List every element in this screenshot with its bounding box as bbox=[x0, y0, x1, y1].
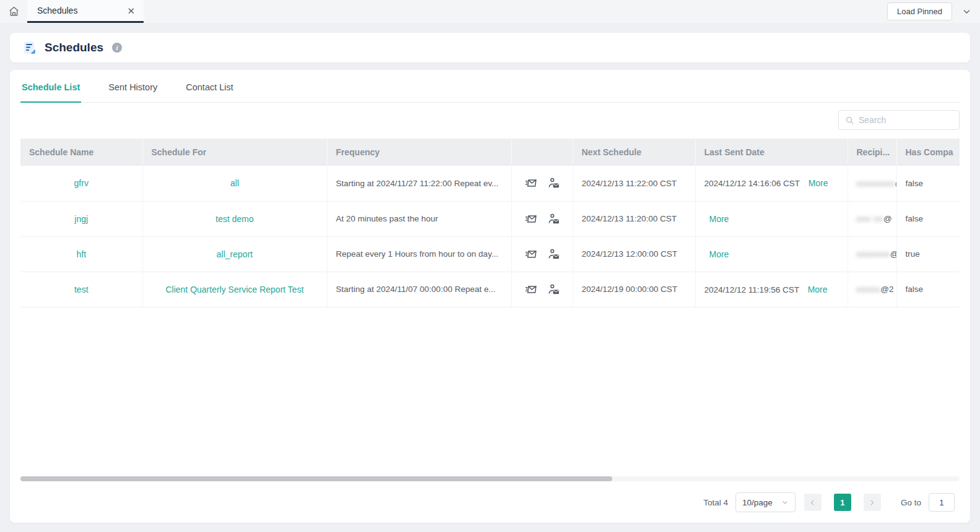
last-sent-date: 2024/12/12 14:16:06 CST bbox=[705, 179, 800, 188]
page-size-value: 10/page bbox=[742, 498, 773, 507]
recipient-suffix: @ bbox=[890, 249, 896, 259]
tab-sent-history[interactable]: Sent History bbox=[107, 72, 158, 103]
next-schedule-cell: 2024/12/19 00:00:00 CST bbox=[573, 272, 695, 307]
recipient-suffix: @2 bbox=[880, 285, 893, 294]
more-link[interactable]: More bbox=[808, 285, 828, 294]
tab-schedule-list[interactable]: Schedule List bbox=[20, 72, 81, 103]
more-link[interactable]: More bbox=[709, 249, 729, 259]
send-to-contact-icon[interactable] bbox=[547, 247, 560, 261]
schedule-for-link[interactable]: all_report bbox=[217, 249, 253, 259]
schedules-panel: Schedule List Sent History Contact List bbox=[10, 70, 970, 523]
has-company-cell: false bbox=[896, 272, 960, 307]
search-box[interactable] bbox=[838, 110, 960, 130]
load-pinned-button[interactable]: Load Pinned bbox=[887, 2, 952, 20]
has-company-cell: true bbox=[896, 236, 960, 272]
frequency-cell: Starting at 2024/11/07 00:00:00 Repeat e… bbox=[327, 272, 511, 307]
chevron-left-icon bbox=[809, 499, 817, 507]
send-now-icon[interactable] bbox=[524, 176, 538, 190]
tab-schedules[interactable]: Schedules ✕ bbox=[27, 0, 144, 23]
search-input[interactable] bbox=[859, 115, 953, 125]
recipient-masked: xxxxx bbox=[857, 285, 881, 294]
goto-label: Go to bbox=[901, 498, 921, 507]
recipient-masked: xxxxxxxx bbox=[857, 179, 895, 188]
frequency-cell: Repeat every 1 Hours from hour to on day… bbox=[327, 236, 511, 272]
tab-title: Schedules bbox=[37, 6, 127, 15]
col-last-sent-date: Last Sent Date bbox=[695, 139, 848, 166]
send-now-icon[interactable] bbox=[524, 212, 538, 226]
page-title: Schedules bbox=[45, 41, 103, 54]
send-to-contact-icon[interactable] bbox=[547, 176, 560, 190]
schedule-name-link[interactable]: gfrv bbox=[74, 178, 89, 188]
more-link[interactable]: More bbox=[709, 214, 729, 224]
next-page-button[interactable] bbox=[864, 494, 881, 511]
recipient-masked: xxx xx bbox=[857, 214, 884, 223]
more-link[interactable]: More bbox=[809, 178, 828, 188]
col-frequency: Frequency bbox=[327, 139, 511, 166]
col-recipients: Recipi... bbox=[848, 139, 896, 166]
table-row: hft all_report Repeat every 1 Hours from… bbox=[20, 236, 960, 272]
home-button[interactable] bbox=[0, 0, 27, 23]
home-icon bbox=[8, 6, 20, 17]
col-actions bbox=[511, 139, 573, 166]
schedule-for-link[interactable]: all bbox=[230, 178, 239, 188]
goto-page-input[interactable] bbox=[929, 493, 955, 512]
scrollbar-thumb[interactable] bbox=[20, 476, 612, 481]
table-row: jngj test demo At 20 minutes past the ho… bbox=[20, 201, 960, 236]
send-to-contact-icon[interactable] bbox=[547, 283, 560, 296]
tab-bar: Schedule List Sent History Contact List bbox=[20, 70, 960, 103]
frequency-cell: At 20 minutes past the hour bbox=[327, 201, 511, 236]
search-icon bbox=[845, 116, 854, 125]
frequency-cell: Starting at 2024/11/27 11:22:00 Repeat e… bbox=[327, 166, 511, 201]
schedule-for-link[interactable]: Client Quarterly Service Report Test bbox=[165, 285, 303, 294]
has-company-cell: false bbox=[896, 166, 960, 201]
chevron-right-icon bbox=[868, 499, 876, 507]
last-sent-date: 2024/12/12 11:19:56 CST bbox=[705, 285, 799, 294]
send-now-icon[interactable] bbox=[524, 247, 538, 261]
table-header-row: Schedule Name Schedule For Frequency Nex… bbox=[20, 139, 960, 166]
next-schedule-cell: 2024/12/13 11:20:00 CST bbox=[573, 201, 695, 236]
next-schedule-cell: 2024/12/13 12:00:00 CST bbox=[573, 236, 695, 272]
chevron-down-icon[interactable] bbox=[962, 7, 971, 16]
prev-page-button[interactable] bbox=[804, 494, 822, 511]
schedule-name-link[interactable]: jngj bbox=[74, 214, 88, 224]
col-schedule-for: Schedule For bbox=[142, 139, 327, 166]
total-count: Total 4 bbox=[703, 498, 728, 507]
page-header: Schedules i bbox=[10, 33, 970, 62]
col-next-schedule: Next Schedule bbox=[573, 139, 695, 166]
has-company-cell: false bbox=[896, 201, 960, 236]
table-toolbar bbox=[20, 103, 960, 139]
table-row: gfrv all Starting at 2024/11/27 11:22:00… bbox=[20, 166, 960, 201]
schedule-name-link[interactable]: hft bbox=[76, 249, 86, 259]
col-has-company: Has Compa bbox=[896, 139, 960, 166]
info-icon[interactable]: i bbox=[112, 43, 122, 53]
schedule-name-link[interactable]: test bbox=[74, 285, 89, 294]
pagination: Total 4 10/page 1 Go to bbox=[20, 489, 960, 512]
schedule-table: Schedule Name Schedule For Frequency Nex… bbox=[20, 139, 960, 476]
schedules-icon bbox=[22, 40, 37, 55]
next-schedule-cell: 2024/12/13 11:22:00 CST bbox=[573, 166, 695, 201]
page-size-select[interactable]: 10/page bbox=[735, 492, 796, 512]
table-row: test Client Quarterly Service Report Tes… bbox=[20, 272, 960, 307]
horizontal-scrollbar[interactable] bbox=[20, 476, 960, 481]
window-tab-bar: Schedules ✕ Load Pinned bbox=[0, 0, 980, 23]
chevron-down-icon bbox=[781, 499, 789, 506]
col-schedule-name: Schedule Name bbox=[20, 139, 142, 166]
recipient-masked: xxxxxxx bbox=[857, 249, 890, 259]
schedule-for-link[interactable]: test demo bbox=[215, 214, 253, 224]
send-now-icon[interactable] bbox=[524, 283, 538, 296]
page-number-button[interactable]: 1 bbox=[834, 494, 851, 511]
recipient-suffix: @ bbox=[883, 214, 892, 223]
close-icon[interactable]: ✕ bbox=[127, 6, 135, 15]
send-to-contact-icon[interactable] bbox=[547, 212, 560, 226]
tab-contact-list[interactable]: Contact List bbox=[184, 72, 235, 103]
